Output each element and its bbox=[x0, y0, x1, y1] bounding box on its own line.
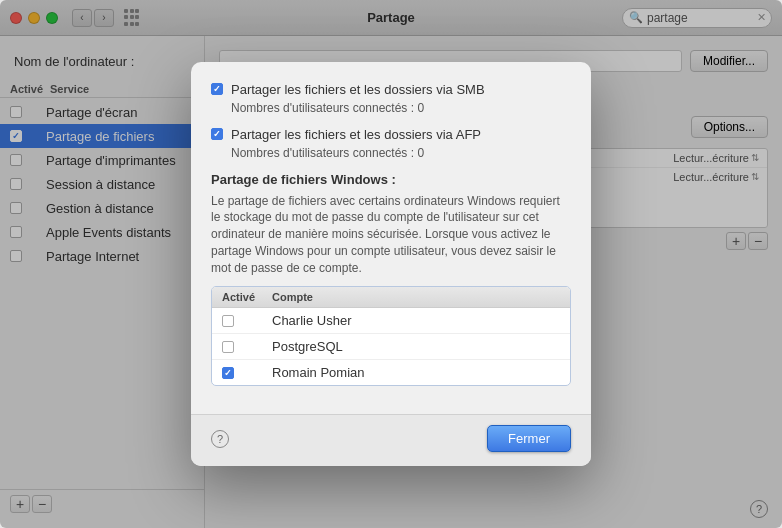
smb-checkbox[interactable] bbox=[211, 83, 223, 95]
account-row-postgresql: PostgreSQL bbox=[212, 334, 570, 360]
smb-users-count: Nombres d'utilisateurs connectés : 0 bbox=[231, 101, 571, 115]
modal-help-button[interactable]: ? bbox=[211, 430, 229, 448]
afp-checkbox[interactable] bbox=[211, 128, 223, 140]
account-row-romain: Romain Pomian bbox=[212, 360, 570, 385]
modal-close-button[interactable]: Fermer bbox=[487, 425, 571, 452]
windows-section: Partage de fichiers Windows : Le partage… bbox=[211, 172, 571, 387]
modal-overlay: Partager les fichiers et les dossiers vi… bbox=[0, 0, 782, 528]
account-checkbox-postgresql[interactable] bbox=[222, 341, 234, 353]
afp-checkbox-row: Partager les fichiers et les dossiers vi… bbox=[211, 127, 571, 142]
accounts-table-header: Activé Compte bbox=[212, 287, 570, 308]
account-name-romain: Romain Pomian bbox=[272, 365, 560, 380]
account-name-postgresql: PostgreSQL bbox=[272, 339, 560, 354]
account-checkbox-charlie[interactable] bbox=[222, 315, 234, 327]
table-col-active-header: Activé bbox=[222, 291, 272, 303]
windows-section-desc: Le partage de fichiers avec certains ord… bbox=[211, 193, 571, 277]
modal-footer: ? Fermer bbox=[191, 414, 591, 466]
table-col-account-header: Compte bbox=[272, 291, 560, 303]
account-row-charlie: Charlie Usher bbox=[212, 308, 570, 334]
smb-checkbox-row: Partager les fichiers et les dossiers vi… bbox=[211, 82, 571, 97]
main-window: ‹ › Partage 🔍 ✕ Nom de l'ordinateur : Ac… bbox=[0, 0, 782, 528]
accounts-table: Activé Compte Charlie Usher PostgreSQL bbox=[211, 286, 571, 386]
afp-section: Partager les fichiers et les dossiers vi… bbox=[211, 127, 571, 160]
modal-dialog: Partager les fichiers et les dossiers vi… bbox=[191, 62, 591, 467]
modal-content: Partager les fichiers et les dossiers vi… bbox=[191, 62, 591, 415]
account-name-charlie: Charlie Usher bbox=[272, 313, 560, 328]
smb-label: Partager les fichiers et les dossiers vi… bbox=[231, 82, 485, 97]
windows-section-title: Partage de fichiers Windows : bbox=[211, 172, 571, 187]
smb-section: Partager les fichiers et les dossiers vi… bbox=[211, 82, 571, 115]
afp-users-count: Nombres d'utilisateurs connectés : 0 bbox=[231, 146, 571, 160]
afp-label: Partager les fichiers et les dossiers vi… bbox=[231, 127, 481, 142]
account-checkbox-romain[interactable] bbox=[222, 367, 234, 379]
